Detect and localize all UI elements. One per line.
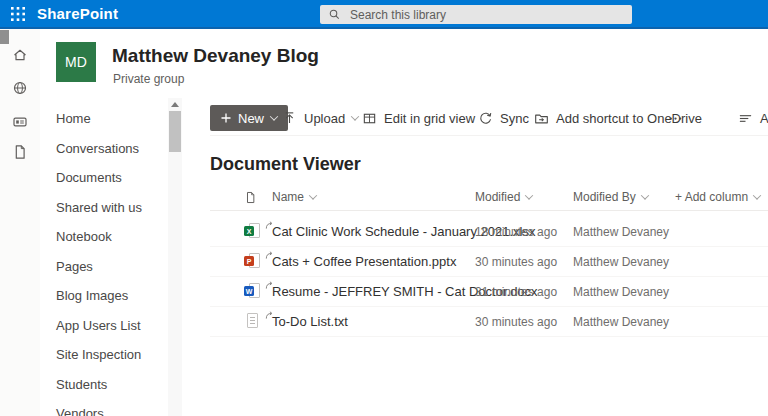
- upload-icon: [282, 111, 297, 126]
- file-type-badge: W: [244, 286, 254, 296]
- file-modified-time: 31 minutes ago: [475, 277, 557, 306]
- app-rail: [0, 29, 41, 416]
- view-sort-icon: [738, 111, 753, 126]
- new-button-label: New: [238, 111, 264, 126]
- site-header: MD Matthew Devaney Blog Private group: [40, 29, 768, 99]
- file-row[interactable]: To-Do List.txt 30 minutes ago Matthew De…: [210, 307, 768, 337]
- nav-scrollbar[interactable]: [168, 98, 182, 416]
- chevron-down-icon: [753, 191, 761, 199]
- more-commands-button[interactable]: [668, 105, 683, 131]
- command-bar-divider: [210, 135, 768, 136]
- sidebar-nav: Home Conversations Documents Shared with…: [40, 98, 168, 416]
- file-modified-time: 30 minutes ago: [475, 247, 557, 276]
- sidebar-nav-item[interactable]: Shared with us: [40, 193, 168, 223]
- sidebar-nav-item-label: Vendors: [56, 406, 104, 416]
- scrollbar-thumb[interactable]: [169, 111, 181, 152]
- site-privacy-label: Private group: [113, 72, 184, 86]
- sharepoint-home-link[interactable]: SharePoint: [37, 0, 118, 27]
- document-icon: [244, 190, 257, 205]
- modified-by-column-header[interactable]: Modified By: [573, 184, 648, 210]
- file-modified-by: Matthew Devaney: [573, 277, 669, 306]
- sync-button[interactable]: Sync: [478, 105, 529, 131]
- sidebar-nav-item[interactable]: Students: [40, 370, 168, 400]
- sidebar-nav-item-label: Home: [56, 111, 91, 126]
- plus-icon: [221, 113, 231, 123]
- sidebar-nav-item[interactable]: Notebook: [40, 222, 168, 252]
- chevron-down-icon: [525, 191, 533, 199]
- sync-button-label: Sync: [500, 111, 529, 126]
- news-icon[interactable]: [12, 114, 28, 130]
- sidebar-nav-item[interactable]: Home: [40, 104, 168, 134]
- file-name-link[interactable]: To-Do List.txt: [272, 307, 348, 336]
- sharepoint-library-page: SharePoint: [0, 0, 768, 416]
- file-icon: W: [244, 283, 262, 300]
- grid-icon: [362, 111, 377, 126]
- search-icon: [328, 8, 341, 21]
- file-type-column-header[interactable]: [244, 184, 257, 210]
- sidebar-nav-item[interactable]: Vendors: [40, 399, 168, 416]
- file-icon: X: [244, 223, 262, 240]
- sidebar-nav-item-label: Students: [56, 377, 107, 392]
- chevron-down-icon: [351, 112, 359, 120]
- file-modified-by: Matthew Devaney: [573, 247, 669, 276]
- file-icon: P: [244, 253, 262, 270]
- file-modified-time: 18 minutes ago: [475, 217, 557, 246]
- sidebar-nav-item-label: Shared with us: [56, 200, 142, 215]
- app-launcher-waffle-icon[interactable]: [11, 7, 25, 21]
- file-page-glyph: [247, 313, 258, 328]
- page-title: Document Viewer: [210, 154, 361, 175]
- upload-button[interactable]: Upload: [282, 105, 358, 131]
- chevron-down-icon: [270, 112, 278, 120]
- chevron-down-icon: [640, 191, 648, 199]
- more-icon: [668, 111, 683, 126]
- sidebar-nav-item-label: Pages: [56, 259, 93, 274]
- file-type-badge: P: [244, 256, 254, 266]
- file-modified-by: Matthew Devaney: [573, 217, 669, 246]
- file-table: Name Modified Modified By + Add column: [210, 184, 768, 337]
- add-column-button[interactable]: + Add column: [675, 184, 760, 210]
- site-avatar[interactable]: MD: [56, 42, 96, 82]
- globe-icon[interactable]: [12, 80, 28, 96]
- new-button[interactable]: New: [210, 105, 288, 131]
- sidebar-nav-item-label: Conversations: [56, 141, 139, 156]
- sidebar-nav-item[interactable]: Blog Images: [40, 281, 168, 311]
- file-icon[interactable]: [12, 144, 28, 160]
- file-row[interactable]: W Resume - JEFFREY SMITH - Cat Doctor.do…: [210, 277, 768, 307]
- search-input[interactable]: [348, 7, 612, 23]
- sidebar-nav-item[interactable]: Pages: [40, 252, 168, 282]
- sidebar-nav-list: Home Conversations Documents Shared with…: [40, 98, 168, 416]
- window-edge-artifact: [0, 30, 9, 44]
- view-selector-button[interactable]: A: [738, 105, 768, 131]
- edit-in-grid-view-button[interactable]: Edit in grid view: [362, 105, 475, 131]
- sync-icon: [478, 111, 493, 126]
- library-search-box[interactable]: [320, 5, 632, 24]
- sidebar-nav-item-label: Notebook: [56, 229, 112, 244]
- suite-bar: SharePoint: [0, 0, 768, 29]
- sidebar-nav-item-label: Documents: [56, 170, 122, 185]
- sidebar-nav-item[interactable]: Documents: [40, 163, 168, 193]
- table-header-row: Name Modified Modified By + Add column: [210, 184, 768, 211]
- file-rows: X Cat Clinic Work Schedule - January 202…: [210, 217, 768, 337]
- chevron-down-icon: [309, 191, 317, 199]
- file-modified-by: Matthew Devaney: [573, 307, 669, 336]
- sidebar-nav-item[interactable]: Site Inspection: [40, 340, 168, 370]
- file-row[interactable]: P Cats + Coffee Presentation.pptx 30 min…: [210, 247, 768, 277]
- main-content: New Upload Edit in grid view: [182, 98, 768, 416]
- sidebar-nav-item-label: App Users List: [56, 318, 141, 333]
- file-name-link[interactable]: Cats + Coffee Presentation.pptx: [272, 247, 456, 276]
- modified-column-header[interactable]: Modified: [475, 184, 532, 210]
- app-name-label: SharePoint: [37, 5, 118, 22]
- file-icon: [244, 313, 262, 330]
- edit-in-grid-view-label: Edit in grid view: [384, 111, 475, 126]
- file-row[interactable]: X Cat Clinic Work Schedule - January 202…: [210, 217, 768, 247]
- name-column-header[interactable]: Name: [272, 184, 316, 210]
- file-type-badge: X: [244, 226, 254, 236]
- home-icon[interactable]: [12, 47, 28, 63]
- upload-button-label: Upload: [304, 111, 345, 126]
- avatar-initials: MD: [65, 54, 87, 70]
- scrollbar-up-arrow-icon[interactable]: [171, 102, 179, 107]
- file-modified-time: 30 minutes ago: [475, 307, 557, 336]
- site-title[interactable]: Matthew Devaney Blog: [112, 45, 319, 67]
- sidebar-nav-item[interactable]: Conversations: [40, 134, 168, 164]
- sidebar-nav-item[interactable]: App Users List: [40, 311, 168, 341]
